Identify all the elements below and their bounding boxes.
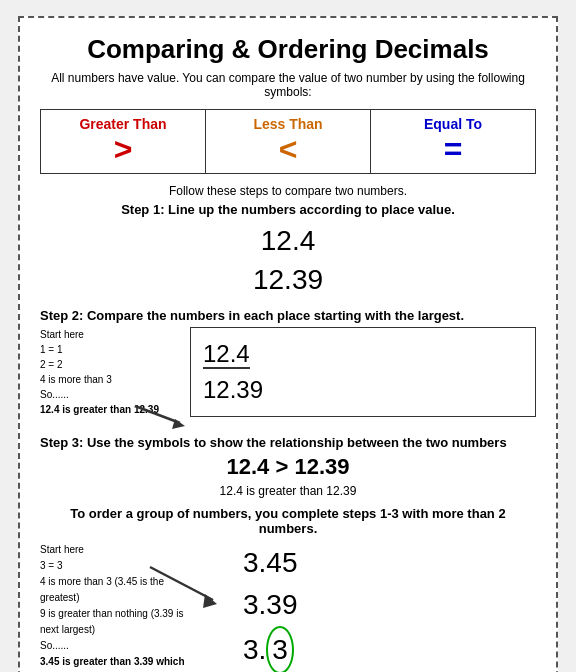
step2-arrow-icon — [130, 401, 190, 431]
step1-num1: 12.4 — [40, 221, 536, 260]
order-num3: 3.3 — [243, 626, 536, 672]
symbols-table: Greater Than > Less Than < Equal To = — [40, 109, 536, 174]
step1-numbers: 12.4 12.39 — [40, 221, 536, 299]
step-intro: Follow these steps to compare two number… — [40, 184, 536, 198]
less-than-symbol: < — [210, 132, 366, 167]
step2-notes: Start here 1 = 1 2 = 2 4 is more than 3 … — [40, 327, 180, 417]
greater-than-label: Greater Than — [45, 116, 201, 132]
greater-than-symbol: > — [45, 132, 201, 167]
page-container: Comparing & Ordering Decimals All number… — [18, 16, 558, 672]
order-num1: 3.45 — [243, 542, 536, 584]
order-numbers: 3.45 3.39 3.3 — [243, 542, 536, 672]
svg-line-0 — [135, 406, 180, 423]
order-note5: So...... — [40, 638, 195, 654]
step2-box-num2: 12.39 — [203, 372, 523, 408]
step3-result: 12.4 > 12.39 — [40, 454, 536, 480]
step1-num2: 12.39 — [40, 260, 536, 299]
step2-area: Start here 1 = 1 2 = 2 4 is more than 3 … — [40, 327, 536, 417]
step3-header: Step 3: Use the symbols to show the rela… — [40, 435, 536, 450]
step2-box: 12.4 12.39 — [190, 327, 536, 417]
step2-note5: So...... — [40, 387, 180, 402]
order-notes: Start here 3 = 3 4 is more than 3 (3.45 … — [40, 542, 195, 672]
equal-to-symbol: = — [375, 132, 531, 167]
order-note6: 3.45 is greater than 3.39 which is great… — [40, 654, 195, 672]
order-num2: 3.39 — [243, 584, 536, 626]
equal-to-label: Equal To — [375, 116, 531, 132]
less-than-label: Less Than — [210, 116, 366, 132]
subtitle: All numbers have value. You can compare … — [40, 71, 536, 99]
order-arrow-icon — [145, 562, 225, 612]
main-title: Comparing & Ordering Decimals — [40, 34, 536, 65]
circled-digit: 3 — [266, 626, 294, 672]
step2-note2: 1 = 1 — [40, 342, 180, 357]
step2-note1: Start here — [40, 327, 180, 342]
order-header: To order a group of numbers, you complet… — [40, 506, 536, 536]
step2-box-num1: 12.4 — [203, 336, 523, 372]
step1-header: Step 1: Line up the numbers according to… — [40, 202, 536, 217]
order-note1: Start here — [40, 542, 195, 558]
step2-note3: 2 = 2 — [40, 357, 180, 372]
step3-sub: 12.4 is greater than 12.39 — [40, 484, 536, 498]
order-area: Start here 3 = 3 4 is more than 3 (3.45 … — [40, 542, 536, 672]
step2-note4: 4 is more than 3 — [40, 372, 180, 387]
step2-header: Step 2: Compare the numbers in each plac… — [40, 308, 536, 323]
svg-line-2 — [150, 567, 213, 600]
svg-marker-3 — [203, 594, 217, 608]
